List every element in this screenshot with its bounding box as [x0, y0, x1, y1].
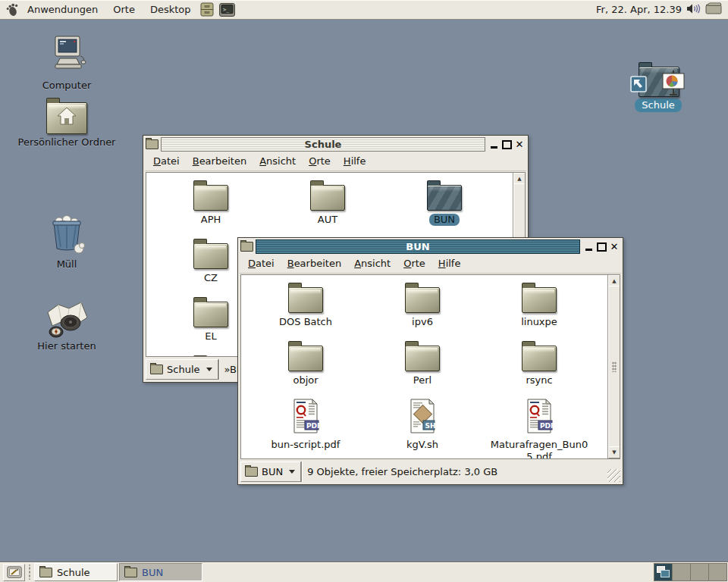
panel-menu-orte[interactable]: Orte	[106, 2, 142, 17]
folder-icon	[310, 185, 345, 211]
bottom-taskbar: SchuleBUN	[0, 562, 728, 582]
menu-hilfe[interactable]: Hilfe	[438, 258, 461, 269]
svg-text:>_: >_	[223, 6, 230, 12]
folder-icon	[522, 346, 557, 371]
location-button[interactable]: BUN	[240, 462, 301, 482]
file-item[interactable]: DOS Batch	[247, 279, 364, 337]
desktop-icon-home[interactable]: Persönlicher Ordner	[17, 97, 116, 148]
file-label: Maturafragen_Bun05.pdf	[487, 439, 592, 458]
file-item[interactable]: ipv6	[364, 279, 481, 337]
menu-orte[interactable]: Orte	[309, 155, 331, 167]
folder-icon	[405, 346, 440, 371]
titlebar[interactable]: BUN ✕	[240, 239, 621, 254]
file-item[interactable]: Perl	[364, 337, 481, 396]
menu-ansicht[interactable]: Ansicht	[354, 258, 391, 269]
file-label: BUN	[429, 214, 460, 226]
workspace-switcher[interactable]	[654, 563, 727, 581]
clock[interactable]: Fr, 22. Apr, 12.39	[596, 4, 682, 15]
file-cabinet-launcher-icon[interactable]	[199, 2, 217, 18]
file-item[interactable]: AUT	[269, 177, 386, 235]
svg-text:PDF: PDF	[306, 422, 320, 430]
workspace-1[interactable]	[654, 564, 673, 580]
file-item[interactable]: objor	[247, 337, 364, 396]
start-here-icon	[43, 299, 90, 338]
file-label: APH	[201, 214, 221, 226]
file-label: bun-script.pdf	[271, 439, 340, 451]
menu-datei[interactable]: Datei	[153, 155, 180, 167]
file-item[interactable]: SHkgV.sh	[364, 396, 481, 454]
chevron-down-icon	[206, 368, 212, 371]
file-label: Perl	[413, 374, 431, 386]
menubar: DateiBearbeitenAnsichtOrteHilfe	[145, 152, 526, 171]
scroll-down-icon[interactable]: ▼	[608, 446, 620, 458]
minimize-button[interactable]	[488, 139, 500, 151]
titlebar[interactable]: Schule ✕	[145, 137, 526, 152]
desktop-icon-trash[interactable]: Müll	[17, 215, 116, 270]
vertical-scrollbar[interactable]: ▲ ▼	[607, 275, 620, 458]
workspace-4[interactable]	[709, 564, 726, 580]
top-panel: AnwendungenOrteDesktop >_ Fr, 22. Apr, 1…	[0, 0, 728, 20]
desktop-icon-schule[interactable]: Schule	[609, 56, 708, 112]
desktop-icon-label: Hier starten	[37, 341, 96, 352]
svg-text:PDF: PDF	[540, 422, 554, 430]
window-title: BUN	[406, 241, 429, 252]
file-view: DOS Batchipv6linuxpeobjorPerlrsyncPDFbun…	[240, 274, 620, 459]
minimize-button[interactable]	[582, 241, 595, 253]
location-button[interactable]: Schule	[146, 359, 218, 380]
menu-bearbeiten[interactable]: Bearbeiten	[287, 258, 341, 269]
folder-icon-selected	[427, 185, 462, 211]
schule-folder-icon	[630, 56, 686, 95]
file-item[interactable]: PDFMaturafragen_Bun05.pdf	[481, 396, 598, 454]
menu-bearbeiten[interactable]: Bearbeiten	[193, 155, 246, 167]
desktop-icon-start[interactable]: Hier starten	[17, 299, 116, 352]
file-item[interactable]: BUN	[386, 177, 503, 235]
folder-icon	[193, 302, 228, 327]
shell-script-icon: SH	[408, 399, 437, 436]
panel-drag-handle[interactable]	[27, 565, 33, 580]
file-label: ipv6	[412, 316, 433, 328]
status-text: 9 Objekte, freier Speicherplatz: 3,0 GB	[301, 462, 620, 482]
folder-icon	[405, 287, 440, 313]
statusbar: BUN 9 Objekte, freier Speicherplatz: 3,0…	[240, 460, 621, 483]
window-folder-icon	[146, 139, 158, 149]
gnome-menu-icon[interactable]	[4, 2, 20, 17]
file-item[interactable]: PDFbun-script.pdf	[247, 396, 364, 454]
home-folder-icon	[46, 97, 87, 134]
file-item[interactable]: rsync	[481, 337, 598, 396]
workspace-3[interactable]	[691, 564, 709, 580]
trash-icon	[46, 215, 87, 256]
window-bun[interactable]: BUN ✕ DateiBearbeitenAnsichtOrteHilfe DO…	[237, 237, 623, 485]
maximize-button[interactable]	[595, 241, 607, 253]
svg-text:SH: SH	[425, 422, 436, 430]
desktop-icon-label: Schule	[635, 99, 682, 112]
workspace-2[interactable]	[673, 564, 691, 580]
folder-icon	[193, 243, 228, 269]
file-item[interactable]: linuxpe	[481, 279, 598, 337]
taskbar-button-schule[interactable]: Schule	[34, 563, 118, 581]
volume-icon[interactable]	[686, 3, 701, 17]
menu-ansicht[interactable]: Ansicht	[259, 155, 296, 167]
close-button[interactable]: ✕	[513, 139, 526, 151]
menu-hilfe[interactable]: Hilfe	[344, 155, 366, 167]
terminal-launcher-icon[interactable]: >_	[218, 2, 237, 18]
file-item[interactable]: APH	[152, 177, 269, 235]
panel-menu-anwendungen[interactable]: Anwendungen	[20, 2, 105, 17]
symlink-emblem-icon	[630, 76, 647, 92]
task-folder-icon	[39, 568, 52, 577]
panel-menu-desktop[interactable]: Desktop	[143, 2, 198, 17]
location-folder-icon	[150, 365, 163, 374]
desktop-icon-label: Müll	[57, 259, 77, 270]
desktop-icon-computer[interactable]: Computer	[17, 33, 116, 91]
file-label: rsync	[526, 374, 552, 386]
menu-orte[interactable]: Orte	[403, 258, 425, 269]
show-desktop-button[interactable]	[3, 564, 25, 581]
taskbar-button-bun[interactable]: BUN	[119, 563, 202, 581]
scrollbar-thumb[interactable]	[608, 286, 620, 448]
drawer-icon[interactable]	[705, 2, 722, 17]
maximize-button[interactable]	[500, 139, 513, 151]
file-label: kgV.sh	[406, 439, 438, 451]
resize-grip[interactable]	[607, 469, 620, 482]
menu-datei[interactable]: Datei	[248, 258, 275, 269]
close-button[interactable]: ✕	[608, 241, 620, 253]
file-label: CZ	[204, 272, 218, 284]
